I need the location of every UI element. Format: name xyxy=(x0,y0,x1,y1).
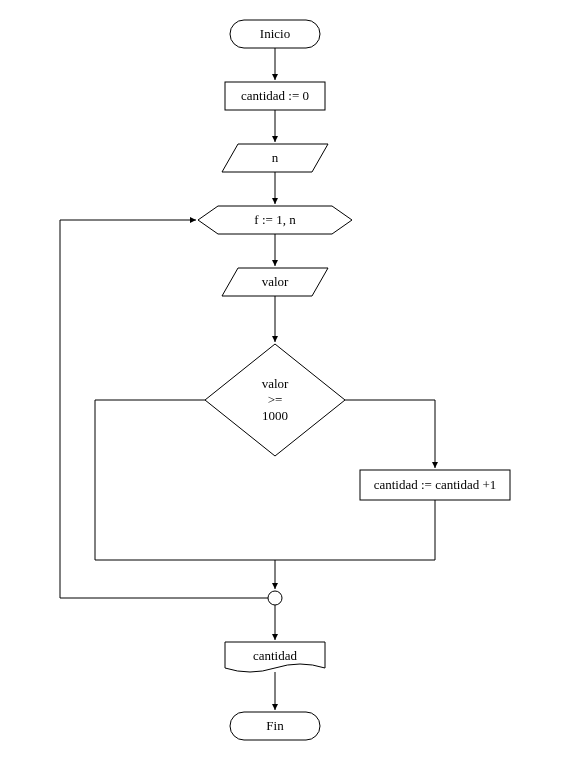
start-label: Inicio xyxy=(260,26,290,41)
process-init: cantidad := 0 xyxy=(225,82,325,110)
input-n-label: n xyxy=(272,150,279,165)
loop-preparation: f := 1, n xyxy=(198,206,352,234)
output-cantidad: cantidad xyxy=(225,642,325,672)
connector-circle xyxy=(268,591,282,605)
decision-line1: valor xyxy=(262,376,289,391)
input-valor-label: valor xyxy=(262,274,289,289)
decision-valor: valor >= 1000 xyxy=(205,344,345,456)
flowchart-canvas: Inicio cantidad := 0 n f := 1, n valor v… xyxy=(0,0,586,782)
input-n: n xyxy=(222,144,328,172)
decision-line3: 1000 xyxy=(262,408,288,423)
init-label: cantidad := 0 xyxy=(241,88,309,103)
terminal-start: Inicio xyxy=(230,20,320,48)
output-label: cantidad xyxy=(253,648,298,663)
decision-line2: >= xyxy=(268,392,283,407)
process-increment: cantidad := cantidad +1 xyxy=(360,470,510,500)
end-label: Fin xyxy=(266,718,284,733)
input-valor: valor xyxy=(222,268,328,296)
increment-label: cantidad := cantidad +1 xyxy=(374,477,497,492)
loop-label: f := 1, n xyxy=(254,212,296,227)
terminal-end: Fin xyxy=(230,712,320,740)
